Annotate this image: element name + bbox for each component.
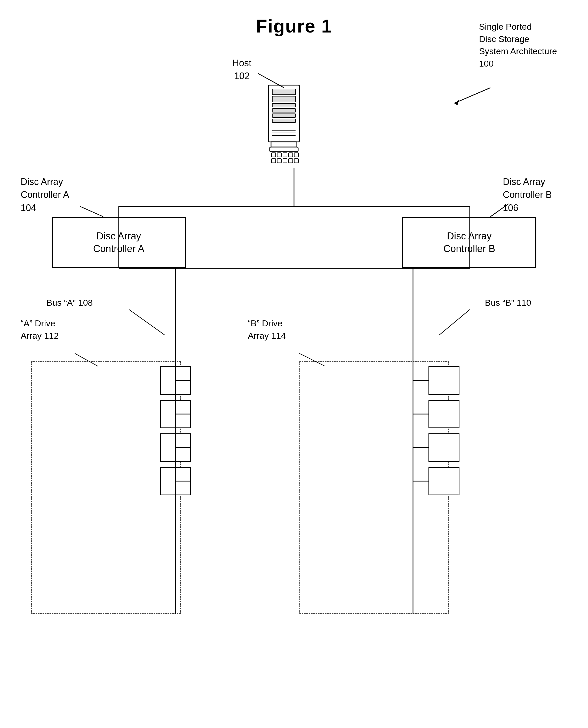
ctrl-a-label-line3: 104	[21, 202, 36, 213]
svg-rect-3	[272, 104, 296, 107]
svg-rect-10	[271, 142, 297, 147]
svg-rect-18	[277, 159, 281, 163]
drive-a-label-line1: “A” Drive	[21, 318, 55, 328]
svg-rect-14	[283, 153, 287, 157]
drive-slot-a4	[160, 467, 191, 495]
host-label-line2: 102	[234, 71, 250, 81]
svg-line-41	[439, 310, 470, 335]
drive-b-label-line2: Array 114	[248, 331, 286, 340]
drive-slot-a3	[160, 434, 191, 462]
svg-rect-17	[272, 159, 276, 163]
svg-rect-5	[272, 114, 296, 117]
svg-rect-4	[272, 109, 296, 112]
ctrl-box-a-text: Disc Array Controller A	[93, 230, 145, 256]
arch-label-number: 100	[479, 59, 494, 68]
svg-line-29	[80, 206, 103, 217]
svg-rect-11	[270, 147, 298, 152]
drive-array-b-enclosure	[299, 361, 449, 614]
ctrl-a-label-line1: Disc Array	[21, 176, 63, 187]
drive-slot-b3	[428, 434, 459, 462]
controller-box-a: Disc Array Controller A	[51, 217, 186, 268]
bus-b-label: Bus “B” 110	[485, 297, 531, 309]
svg-rect-15	[289, 153, 293, 157]
host-computer-icon	[253, 83, 315, 171]
svg-rect-20	[289, 159, 293, 163]
arch-label-line2: Disc Storage	[479, 34, 529, 44]
ctrl-box-b-text: Disc Array Controller B	[443, 230, 495, 256]
drive-slot-a1	[160, 366, 191, 395]
svg-line-22	[454, 88, 490, 103]
controller-a-label: Disc Array Controller A 104	[21, 175, 69, 214]
drive-slot-a2	[160, 400, 191, 428]
drive-slot-b4	[428, 467, 459, 495]
svg-rect-21	[294, 159, 298, 163]
drive-array-b-label: “B” Drive Array 114	[248, 317, 286, 342]
ctrl-b-label-line3: 106	[503, 202, 518, 213]
drive-a-label-line2: Array 112	[21, 331, 59, 340]
svg-rect-19	[283, 159, 287, 163]
drive-array-a-label: “A” Drive Array 112	[21, 317, 59, 342]
arch-label-line1: Single Ported	[479, 22, 532, 31]
bus-a-label: Bus “A” 108	[46, 297, 93, 309]
bus-b-label-text: Bus “B” 110	[485, 298, 531, 308]
drive-slot-b2	[428, 400, 459, 428]
svg-rect-13	[277, 153, 281, 157]
svg-marker-23	[454, 100, 459, 105]
controller-box-b: Disc Array Controller B	[402, 217, 537, 268]
arch-label-line3: System Architecture	[479, 46, 557, 56]
architecture-label: Single Ported Disc Storage System Archit…	[479, 21, 557, 70]
svg-rect-2	[272, 96, 296, 102]
svg-rect-6	[272, 119, 296, 123]
svg-rect-1	[272, 89, 296, 95]
ctrl-b-label-line2: Controller B	[503, 189, 552, 200]
host-label-line1: Host	[232, 58, 251, 68]
ctrl-a-label-line2: Controller A	[21, 189, 69, 200]
bus-a-label-text: Bus “A” 108	[46, 298, 93, 308]
controller-b-label: Disc Array Controller B 106	[503, 175, 552, 214]
svg-rect-12	[272, 153, 276, 157]
host-label: Host 102	[232, 57, 251, 83]
svg-line-40	[129, 310, 165, 335]
svg-rect-16	[294, 153, 298, 157]
drive-b-label-line1: “B” Drive	[248, 318, 282, 328]
drive-array-a-enclosure	[31, 361, 181, 614]
ctrl-b-label-line1: Disc Array	[503, 176, 545, 187]
drive-slot-b1	[428, 366, 459, 395]
